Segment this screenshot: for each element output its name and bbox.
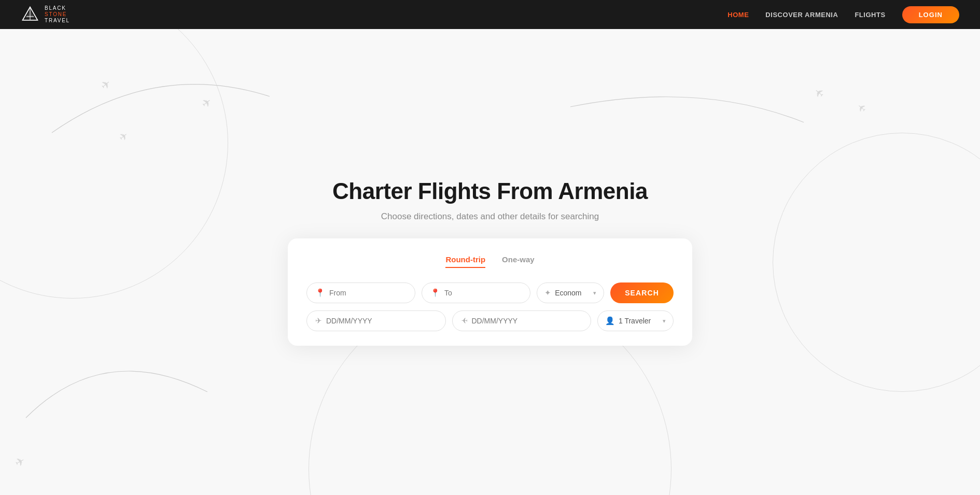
deco-circle-1 [0, 29, 228, 299]
hero-title: Charter Flights From Armenia [332, 178, 648, 204]
traveler-group[interactable]: 👤 1 Traveler 2 Travelers 3 Travelers 4+ … [597, 310, 674, 331]
navbar-links: HOME DISCOVER ARMENIA FLIGHTS LOGIN [727, 6, 959, 23]
hero-section: ✈ ✈ ✈ ✈ ✈ ✈ Charter Flights From Armenia… [0, 29, 980, 495]
class-icon: ✦ [544, 288, 551, 298]
to-field-group: 📍 [422, 282, 530, 303]
tab-one-way[interactable]: One-way [502, 255, 535, 268]
logo-main: BLACK [45, 5, 70, 11]
search-top-row: 📍 📍 ✦ Econom Business First Class ▾ SEAR… [306, 282, 674, 303]
tab-round-trip[interactable]: Round-trip [445, 255, 485, 268]
logo-accent: STONE [45, 11, 70, 18]
traveler-chevron-icon: ▾ [663, 318, 666, 324]
plane-depart-icon: ✈ [315, 316, 322, 326]
location-icon-to: 📍 [430, 288, 440, 298]
deco-circle-2 [773, 133, 980, 392]
plane-icon-1: ✈ [98, 77, 114, 93]
departure-date-input[interactable] [326, 317, 437, 325]
search-tabs: Round-trip One-way [306, 255, 674, 268]
login-button[interactable]: LOGIN [902, 6, 959, 23]
nav-link-flights[interactable]: FLIGHTS [855, 11, 885, 19]
from-input[interactable] [329, 289, 407, 297]
navbar: BLACKSTONE TRAVEL HOME DISCOVER ARMENIA … [0, 0, 980, 29]
class-select[interactable]: Econom Business First Class [555, 289, 590, 297]
plane-icon-2: ✈ [199, 95, 215, 111]
logo: BLACKSTONE TRAVEL [21, 5, 70, 24]
class-select-group[interactable]: ✦ Econom Business First Class ▾ [537, 282, 604, 303]
class-chevron-icon: ▾ [593, 290, 596, 296]
logo-text: BLACKSTONE TRAVEL [45, 5, 70, 24]
search-card: Round-trip One-way 📍 📍 ✦ Econom Business… [288, 238, 692, 346]
return-date-group: ✈ [452, 310, 592, 331]
logo-icon [21, 5, 39, 24]
return-date-input[interactable] [472, 317, 583, 325]
hero-content: Charter Flights From Armenia Choose dire… [332, 178, 648, 222]
traveler-icon: 👤 [605, 316, 615, 326]
traveler-select[interactable]: 1 Traveler 2 Travelers 3 Travelers 4+ Tr… [619, 317, 659, 325]
location-icon-from: 📍 [315, 288, 325, 298]
to-input[interactable] [444, 289, 522, 297]
hero-subtitle: Choose directions, dates and other detai… [332, 211, 648, 222]
from-field-group: 📍 [306, 282, 415, 303]
logo-sub: TRAVEL [45, 18, 70, 24]
search-date-row: ✈ ✈ 👤 1 Traveler 2 Travelers 3 Travelers… [306, 310, 674, 331]
departure-date-group: ✈ [306, 310, 446, 331]
plane-icon-6: ✈ [13, 454, 27, 470]
nav-link-discover[interactable]: DISCOVER ARMENIA [765, 11, 838, 19]
search-button[interactable]: SEARCH [610, 282, 674, 303]
plane-icon-3: ✈ [116, 129, 131, 144]
nav-link-home[interactable]: HOME [727, 11, 749, 19]
plane-icon-4: ✈ [812, 84, 828, 101]
plane-return-icon: ✈ [461, 316, 468, 326]
plane-icon-5: ✈ [854, 100, 869, 115]
